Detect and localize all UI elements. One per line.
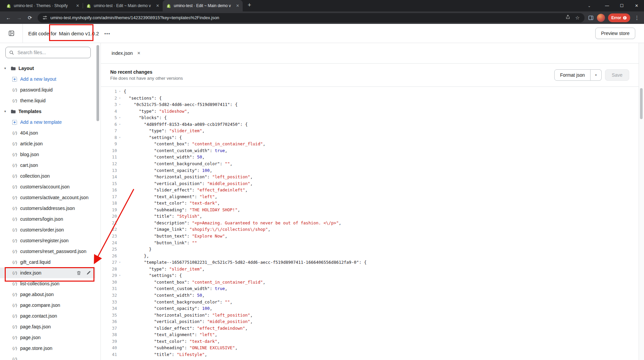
line-number: 36 xyxy=(101,318,117,325)
line-number: 7 xyxy=(101,128,117,134)
fold-toggle-icon[interactable]: ▾ xyxy=(117,272,123,279)
fold-toggle-icon[interactable]: ▾ xyxy=(117,101,123,108)
sidebar-item-templates[interactable]: ▾Templates xyxy=(0,106,95,117)
item-label: customers/register.json xyxy=(20,238,69,243)
forward-button[interactable]: → xyxy=(14,13,24,23)
fold-toggle-icon[interactable]: ▾ xyxy=(117,114,123,121)
editor-infobar: No recent changes File does not have any… xyxy=(101,64,639,87)
browser-menu-icon[interactable]: ⋮ xyxy=(633,15,641,21)
format-json-caret-button[interactable]: ▼ xyxy=(591,69,602,81)
title-prefix: Edit code for xyxy=(28,31,56,36)
fold-gutter xyxy=(117,305,123,312)
sidebar-item-add-a-new-template[interactable]: Add a new template xyxy=(0,117,95,128)
search-input[interactable] xyxy=(17,49,87,56)
fold-toggle-icon[interactable]: ▾ xyxy=(117,134,123,141)
sidebar-item-theme-liquid[interactable]: {/}theme.liquid xyxy=(0,95,95,106)
sidebar-item-page-json[interactable]: {/}page.json xyxy=(0,332,95,343)
fold-gutter xyxy=(117,285,123,292)
tab-close-icon[interactable]: ✕ xyxy=(76,3,79,8)
format-json-split-button: Format json ▼ xyxy=(554,69,602,81)
code-line: 1▾{ xyxy=(101,88,639,95)
sidebar-item-customers-account-json[interactable]: {/}customers/account.json xyxy=(0,181,95,192)
browser-tab[interactable]: umino-test · Edit ~ Main demo v✕ xyxy=(163,0,243,11)
sidebar-item-404-json[interactable]: {/}404.json xyxy=(0,128,95,138)
sidebar-item-page-contact-json[interactable]: {/}page.contact.json xyxy=(0,311,95,321)
item-label: blog.json xyxy=(20,152,39,157)
file-code-icon: {/} xyxy=(12,207,17,210)
sidebar-item-page-faqs-json[interactable]: {/}page.faqs.json xyxy=(0,321,95,332)
chevron-down-icon[interactable]: ▾ xyxy=(4,110,8,113)
browser-titlebar: umino-test · Themes · Shopify✕umino-test… xyxy=(0,0,644,11)
bookmark-star-icon[interactable]: ☆ xyxy=(575,15,579,20)
sidebar-item-gift-card-liquid[interactable]: {/}gift_card.liquid xyxy=(0,257,95,267)
sidebar-item-password-liquid[interactable]: {/}password.liquid xyxy=(0,84,95,95)
sidebar-item-file[interactable]: {/} xyxy=(0,354,95,360)
fold-gutter xyxy=(117,180,123,187)
fold-toggle-icon[interactable]: ▾ xyxy=(117,121,123,128)
sidebar-item-collection-json[interactable]: {/}collection.json xyxy=(0,171,95,181)
search-box[interactable] xyxy=(5,47,91,58)
code-text: "title": "Lifestyle", xyxy=(123,351,207,358)
file-tab-close-icon[interactable]: ✕ xyxy=(137,51,140,56)
sidebar-item-list-collections-json[interactable]: {/}list-collections.json xyxy=(0,278,95,289)
rename-file-icon[interactable] xyxy=(86,271,91,276)
code-editor[interactable]: 1▾{2▾ "sections": {3▾ "0c521c75-5d82-4dd… xyxy=(101,87,639,360)
sidebar-item-page-store-json[interactable]: {/}page.store.json xyxy=(0,343,95,354)
browser-tab[interactable]: umino-test · Edit ~ Main demo v✕ xyxy=(83,0,163,11)
tab-close-icon[interactable]: ✕ xyxy=(236,3,239,8)
delete-file-icon[interactable] xyxy=(76,271,81,276)
format-json-button[interactable]: Format json xyxy=(554,69,591,81)
editor-file-tab[interactable]: index.json ✕ xyxy=(106,46,146,60)
close-button[interactable]: ✕ xyxy=(629,0,644,11)
sidebar-item-blog-json[interactable]: {/}blog.json xyxy=(0,149,95,160)
editor-scrollbar-thumb[interactable] xyxy=(640,88,643,119)
fold-gutter xyxy=(117,351,123,358)
tab-close-icon[interactable]: ✕ xyxy=(156,3,159,8)
more-actions-icon[interactable]: ••• xyxy=(104,31,110,36)
new-tab-button[interactable]: + xyxy=(245,1,254,10)
sidebar-scrollbar-thumb[interactable] xyxy=(96,45,99,121)
fold-gutter xyxy=(117,246,123,253)
minimize-button[interactable]: — xyxy=(600,0,614,11)
line-number: 21 xyxy=(101,220,117,226)
tab-search-icon[interactable]: ⌄ xyxy=(584,4,594,8)
sidebar-item-customers-reset-password-json[interactable]: {/}customers/reset_password.json xyxy=(0,246,95,257)
sidebar-item-customers-addresses-json[interactable]: {/}customers/addresses.json xyxy=(0,203,95,214)
back-button[interactable]: ← xyxy=(3,13,13,23)
browser-tab[interactable]: umino-test · Themes · Shopify✕ xyxy=(3,0,83,11)
reload-button[interactable]: ⟳ xyxy=(25,13,35,23)
sidebar-item-customers-login-json[interactable]: {/}customers/login.json xyxy=(0,214,95,224)
sidebar-item-index-json[interactable]: {/}index.json xyxy=(0,267,95,278)
sidebar-item-page-compare-json[interactable]: {/}page.compare.json xyxy=(0,300,95,311)
file-code-icon: {/} xyxy=(12,357,17,360)
code-text: "4d89f9ff-8153-4b4a-a089-ccb19f702450": … xyxy=(123,121,248,128)
sidebar-item-article-json[interactable]: {/}article.json xyxy=(0,138,95,149)
exit-code-editor-button[interactable] xyxy=(0,24,23,43)
sidebar-item-layout[interactable]: ▾Layout xyxy=(0,63,95,74)
sidebar-item-customers-register-json[interactable]: {/}customers/register.json xyxy=(0,235,95,246)
code-line: 11 "content_width": 50, xyxy=(101,154,639,160)
item-label: page.json xyxy=(20,335,41,340)
side-panel-icon[interactable] xyxy=(588,15,594,21)
preview-store-button[interactable]: Preview store xyxy=(595,28,635,39)
sidebar-item-customers-order-json[interactable]: {/}customers/order.json xyxy=(0,224,95,235)
address-bar[interactable]: umino-test.myshopify.com/admin/themes/14… xyxy=(38,13,585,23)
fold-toggle-icon[interactable]: ▾ xyxy=(117,259,123,266)
sidebar-item-customers-activate-account-json[interactable]: {/}customers/activate_account.json xyxy=(0,192,95,203)
code-editor-panel: index.json ✕ No recent changes File does… xyxy=(101,43,639,360)
editor-scrollbar[interactable] xyxy=(639,43,644,360)
fold-toggle-icon[interactable]: ▾ xyxy=(117,88,123,95)
sidebar-item-page-about-json[interactable]: {/}page.about.json xyxy=(0,289,95,300)
profile-avatar[interactable] xyxy=(597,14,605,22)
maximize-button[interactable]: ☐ xyxy=(614,0,629,11)
share-icon[interactable] xyxy=(565,14,570,21)
profile-error-badge[interactable]: Error xyxy=(608,13,630,22)
fold-toggle-icon[interactable]: ▾ xyxy=(117,95,123,102)
sidebar-scrollbar[interactable] xyxy=(95,43,101,360)
line-number: 22 xyxy=(101,226,117,233)
site-info-icon[interactable] xyxy=(42,15,47,20)
save-button[interactable]: Save xyxy=(605,69,629,81)
sidebar-item-cart-json[interactable]: {/}cart.json xyxy=(0,160,95,171)
chevron-down-icon[interactable]: ▾ xyxy=(4,67,8,70)
sidebar-item-add-a-new-layout[interactable]: Add a new layout xyxy=(0,74,95,84)
